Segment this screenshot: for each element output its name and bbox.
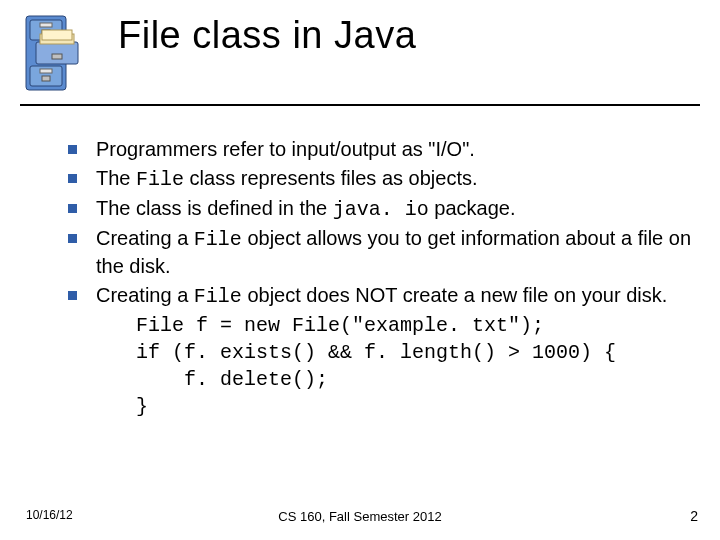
body-content: Programmers refer to input/output as "I/… (96, 136, 696, 420)
svg-rect-2 (40, 23, 52, 27)
inline-code: File (194, 228, 242, 251)
square-bullet-icon (68, 234, 77, 243)
svg-rect-5 (40, 69, 52, 73)
square-bullet-icon (68, 204, 77, 213)
header: File class in Java (0, 0, 720, 110)
bullet-text: class represents files as objects. (184, 167, 477, 189)
inline-code: File (136, 168, 184, 191)
code-line: File f = new File("example. txt"); (136, 314, 544, 337)
square-bullet-icon (68, 174, 77, 183)
footer-course: CS 160, Fall Semester 2012 (0, 509, 720, 524)
bullet-text: object does NOT create a new file on you… (242, 284, 667, 306)
bullet-item: Creating a File object allows you to get… (96, 225, 696, 280)
bullet-text: package. (429, 197, 516, 219)
square-bullet-icon (68, 291, 77, 300)
bullet-item: Creating a File object does NOT create a… (96, 282, 696, 310)
svg-rect-6 (42, 76, 50, 81)
inline-code: File (194, 285, 242, 308)
code-line: if (f. exists() && f. length() > 1000) { (136, 341, 616, 364)
slide: File class in Java Programmers refer to … (0, 0, 720, 540)
svg-rect-7 (36, 42, 78, 64)
slide-title: File class in Java (118, 14, 416, 57)
bullet-text: The (96, 167, 136, 189)
bullet-text: Programmers refer to input/output as "I/… (96, 138, 475, 160)
bullet-item: The File class represents files as objec… (96, 165, 696, 193)
title-underline (20, 104, 700, 106)
svg-rect-9 (42, 30, 72, 40)
code-block: File f = new File("example. txt"); if (f… (136, 312, 696, 420)
bullet-item: Programmers refer to input/output as "I/… (96, 136, 696, 163)
inline-code: java. io (333, 198, 429, 221)
bullet-text: Creating a (96, 284, 194, 306)
bullet-item: The class is defined in the java. io pac… (96, 195, 696, 223)
bullet-text: The class is defined in the (96, 197, 333, 219)
footer-page-number: 2 (690, 508, 698, 524)
square-bullet-icon (68, 145, 77, 154)
svg-rect-10 (52, 54, 62, 59)
file-cabinet-icon (22, 14, 82, 94)
bullet-text: Creating a (96, 227, 194, 249)
code-line: } (136, 395, 148, 418)
code-line: f. delete(); (136, 368, 328, 391)
